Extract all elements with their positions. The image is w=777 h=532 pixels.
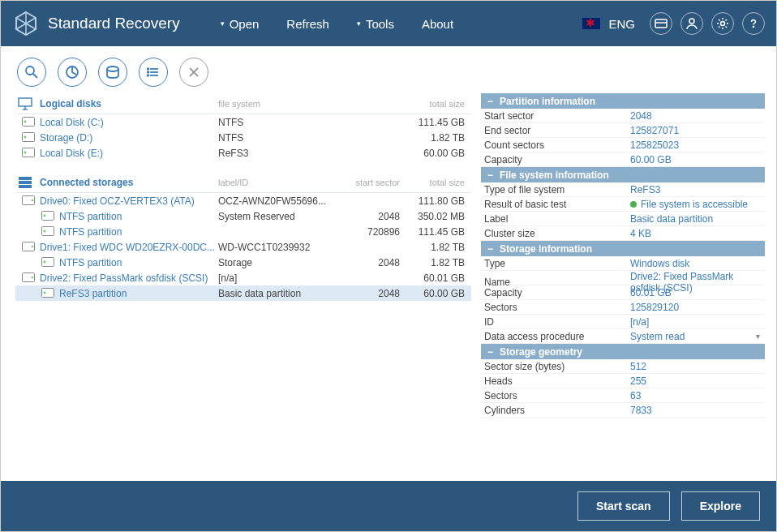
disk-size: 1.82 TB xyxy=(405,132,470,144)
language-selector[interactable]: ENG xyxy=(608,17,635,31)
menu-about-label: About xyxy=(422,17,453,31)
partition-row[interactable]: NTFS partitionSystem Reserved2048350.02 … xyxy=(15,208,471,224)
tool-scan-icon[interactable] xyxy=(17,58,46,87)
collapse-icon: − xyxy=(487,96,493,107)
flag-uk-icon xyxy=(582,18,600,29)
storage-size: 111.80 GB xyxy=(405,195,470,207)
info-key: Type of file system xyxy=(484,184,630,195)
menu-about[interactable]: About xyxy=(422,17,453,31)
drive-icon xyxy=(22,117,35,128)
logical-disk-row[interactable]: Local Disk (C:)NTFS111.45 GB xyxy=(15,114,471,130)
info-key: Sectors xyxy=(484,302,630,313)
info-row: Start sector2048 xyxy=(481,109,765,123)
info-panel: −Partition informationStart sector2048En… xyxy=(481,93,765,481)
svg-point-8 xyxy=(753,26,753,27)
info-section-title: Storage information xyxy=(500,243,592,255)
info-row: Result of basic testFile system is acces… xyxy=(481,197,765,212)
disk-fs: NTFS xyxy=(218,132,340,144)
app-logo-icon xyxy=(12,10,40,37)
info-row[interactable]: Data access procedureSystem read xyxy=(481,329,765,344)
caret-down-icon: ▾ xyxy=(357,19,361,28)
storage-start: 720896 xyxy=(340,226,405,238)
start-scan-button[interactable]: Start scan xyxy=(577,491,670,521)
svg-point-27 xyxy=(24,135,27,138)
collapse-icon: − xyxy=(487,169,493,181)
storage-tree: Logical disks file system total size Loc… xyxy=(15,93,481,481)
partition-row[interactable]: NTFS partitionStorage20481.82 TB xyxy=(15,255,471,270)
app-title: Standard Recovery xyxy=(48,15,180,32)
info-row: Sector size (bytes)512 xyxy=(481,359,765,374)
storage-name: Drive2: Fixed PassMark osfdisk (SCSI) xyxy=(40,272,208,284)
info-section-header[interactable]: −Storage information xyxy=(481,241,765,256)
storage-name: Drive1: Fixed WDC WD20EZRX-00DC... xyxy=(40,242,215,253)
disk-name: Local Disk (C:) xyxy=(40,117,104,128)
partition-row[interactable]: ReFS3 partitionBasic data partition20486… xyxy=(15,285,471,301)
partition-row[interactable]: NTFS partition720896111.45 GB xyxy=(15,224,471,239)
disk-size: 111.45 GB xyxy=(405,117,470,128)
storage-size: 350.02 MB xyxy=(405,211,470,222)
explore-button[interactable]: Explore xyxy=(681,491,760,521)
info-row: NameDrive2: Fixed PassMark osfdisk (SCSI… xyxy=(481,271,765,285)
info-key: End sector xyxy=(484,125,630,136)
logical-disk-row[interactable]: Storage (D:)NTFS1.82 TB xyxy=(15,130,471,145)
drive-row[interactable]: Drive1: Fixed WDC WD20EZRX-00DC...WD-WCC… xyxy=(15,239,471,255)
storage-start: 2048 xyxy=(340,288,405,299)
info-value: 4 KB xyxy=(630,228,765,239)
disk-fs: ReFS3 xyxy=(218,148,340,159)
menu-open[interactable]: ▾Open xyxy=(221,17,260,31)
info-key: ID xyxy=(484,316,630,328)
svg-point-12 xyxy=(107,66,118,71)
collapse-icon: − xyxy=(487,243,493,255)
info-section-header[interactable]: −Partition information xyxy=(481,93,765,109)
storage-name: NTFS partition xyxy=(59,211,122,222)
info-row: Sectors125829120 xyxy=(481,300,765,315)
info-value: 7833 xyxy=(630,405,765,416)
info-section-header[interactable]: −Storage geometry xyxy=(481,344,765,359)
info-row: Count sectors125825023 xyxy=(481,138,765,152)
col-label-id: label/ID xyxy=(218,178,340,187)
logical-disks-header: Logical disks file system total size xyxy=(15,93,471,114)
info-key: Data access procedure xyxy=(484,331,630,342)
menu-refresh-label: Refresh xyxy=(286,17,329,31)
menu-tools[interactable]: ▾Tools xyxy=(357,17,394,31)
info-value: 125829120 xyxy=(630,302,765,313)
logical-disk-row[interactable]: Local Disk (E:)ReFS360.00 GB xyxy=(15,145,471,161)
drive-row[interactable]: Drive0: Fixed OCZ-VERTEX3 (ATA)OCZ-AWNZ0… xyxy=(15,193,471,208)
user-icon[interactable] xyxy=(680,12,703,35)
info-key: Label xyxy=(484,213,630,225)
gear-icon[interactable] xyxy=(711,12,734,35)
info-row: Cluster size4 KB xyxy=(481,226,765,241)
svg-rect-21 xyxy=(19,98,32,106)
help-icon[interactable] xyxy=(742,12,765,35)
tool-analyze-icon[interactable] xyxy=(58,58,87,87)
storage-label: [n/a] xyxy=(218,272,340,284)
menu-open-label: Open xyxy=(230,17,260,31)
partition-icon xyxy=(41,257,54,268)
info-value: System read xyxy=(630,331,765,342)
collapse-icon: − xyxy=(487,346,493,358)
info-row: Type of file systemReFS3 xyxy=(481,182,765,197)
tool-cancel-icon[interactable] xyxy=(179,58,208,87)
svg-rect-32 xyxy=(19,185,32,188)
storage-name: NTFS partition xyxy=(59,257,122,268)
info-section-header[interactable]: −File system information xyxy=(481,167,765,182)
footer: Start scan Explore xyxy=(1,481,776,531)
card-icon[interactable] xyxy=(650,12,672,35)
tool-disk-icon[interactable] xyxy=(98,58,127,87)
drive-row[interactable]: Drive2: Fixed PassMark osfdisk (SCSI)[n/… xyxy=(15,270,471,285)
info-key: Result of basic test xyxy=(484,199,630,210)
svg-point-40 xyxy=(32,245,33,247)
storage-size: 111.45 GB xyxy=(405,226,470,238)
tool-list-icon[interactable] xyxy=(139,58,168,87)
disk-name: Local Disk (E:) xyxy=(40,148,103,159)
menu-refresh[interactable]: Refresh xyxy=(286,17,329,31)
drive-icon xyxy=(22,132,35,144)
info-value: 63 xyxy=(630,390,765,401)
disk-size: 60.00 GB xyxy=(405,148,470,159)
storage-name: NTFS partition xyxy=(59,226,122,238)
info-value: 125827071 xyxy=(630,125,765,136)
storage-size: 1.82 TB xyxy=(405,242,470,253)
storage-name: ReFS3 partition xyxy=(59,288,127,299)
info-row: Heads255 xyxy=(481,374,765,388)
disk-icon xyxy=(22,195,35,207)
